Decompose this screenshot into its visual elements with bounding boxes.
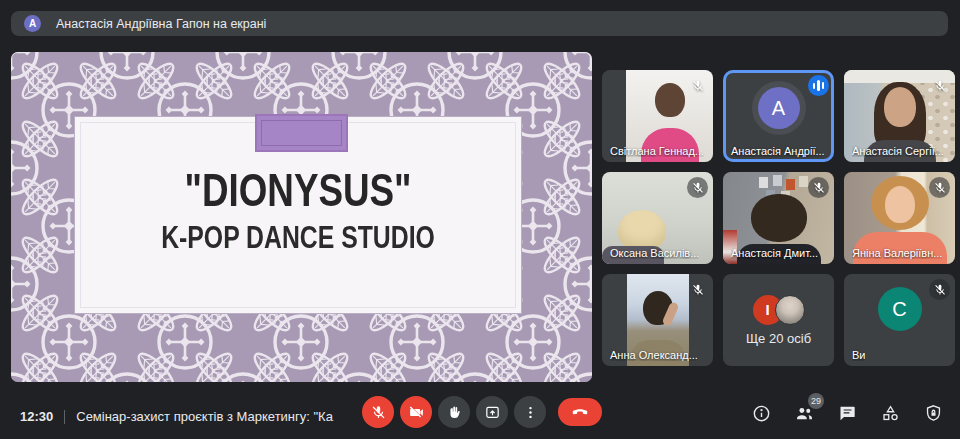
- more-options-button[interactable]: [514, 396, 546, 428]
- presenter-avatar: А: [24, 15, 41, 32]
- self-avatar: C: [878, 287, 922, 331]
- meeting-info: 12:30 Семінар-захист проєктів з Маркетин…: [20, 409, 334, 424]
- participant-tile-anastasia-d[interactable]: Анастасія Дмит...: [723, 172, 834, 264]
- raise-hand-button[interactable]: [438, 396, 470, 428]
- meeting-title: Семінар-захист проєктів з Маркетингу: "К…: [76, 409, 334, 424]
- participants-grid: Світлана Геннад... A Анастасія Андрії...…: [602, 70, 955, 366]
- slide-text-block: "DIONYSUS" K-POP DANCE STUDIO: [74, 164, 522, 258]
- slide-title: "DIONYSUS": [119, 164, 477, 216]
- mic-off-icon: [687, 279, 708, 300]
- participant-tile-svitlana[interactable]: Світлана Геннад...: [602, 70, 713, 162]
- mic-off-icon: [929, 279, 950, 300]
- participant-count-badge: 29: [808, 393, 824, 409]
- mic-off-icon: [808, 177, 829, 198]
- call-controls: [362, 396, 602, 428]
- shared-screen-tile[interactable]: "DIONYSUS" K-POP DANCE STUDIO: [11, 52, 592, 382]
- slide-accent-rectangle: [255, 114, 348, 152]
- divider: [64, 410, 65, 424]
- participant-name: Анна Олександ...: [610, 349, 698, 361]
- overflow-avatars: І: [753, 295, 805, 325]
- self-label: Ви: [852, 349, 865, 361]
- self-tile[interactable]: C Ви: [844, 274, 955, 366]
- mic-off-icon: [687, 177, 708, 198]
- participant-tile-oksana[interactable]: Оксана Василів...: [602, 172, 713, 264]
- participant-name: Світлана Геннад...: [610, 145, 704, 157]
- host-controls-button[interactable]: [922, 402, 944, 424]
- participant-name: Анастасія Андрії...: [731, 145, 825, 157]
- camera-off-button[interactable]: [400, 396, 432, 428]
- clock-time: 12:30: [20, 409, 53, 424]
- participant-avatar: A: [752, 81, 806, 135]
- meeting-panels: 29: [750, 402, 944, 424]
- participant-name: Анастасія Сергії...: [852, 145, 944, 157]
- mic-off-icon: [929, 75, 950, 96]
- mic-off-button[interactable]: [362, 396, 394, 428]
- activities-button[interactable]: [879, 402, 901, 424]
- mic-off-icon: [687, 75, 708, 96]
- presenting-banner: А Анастасія Андріївна Гапон на екрані: [11, 11, 948, 36]
- overflow-avatar-photo: [775, 295, 805, 325]
- participant-name: Анастасія Дмит...: [731, 247, 818, 259]
- end-call-button[interactable]: [558, 398, 602, 426]
- participant-name: Оксана Василів...: [610, 247, 699, 259]
- participant-tile-yanina[interactable]: Яніна Валеріївн...: [844, 172, 955, 264]
- people-button[interactable]: 29: [793, 402, 815, 424]
- chat-button[interactable]: [836, 402, 858, 424]
- info-button[interactable]: [750, 402, 772, 424]
- slide-subtitle: K-POP DANCE STUDIO: [119, 218, 477, 258]
- participant-tile-anastasia-a[interactable]: A Анастасія Андрії...: [723, 70, 834, 162]
- participant-name: Яніна Валеріївн...: [852, 247, 942, 259]
- speaking-indicator-icon: [808, 75, 829, 96]
- mic-off-icon: [929, 177, 950, 198]
- more-participants-label: Ще 20 осіб: [746, 331, 811, 346]
- participant-tile-anna[interactable]: Анна Олександ...: [602, 274, 713, 366]
- presenting-banner-text: Анастасія Андріївна Гапон на екрані: [56, 17, 266, 31]
- participant-tile-anastasia-s[interactable]: Анастасія Сергії...: [844, 70, 955, 162]
- more-participants-tile[interactable]: І Ще 20 осіб: [723, 274, 834, 366]
- present-button[interactable]: [476, 396, 508, 428]
